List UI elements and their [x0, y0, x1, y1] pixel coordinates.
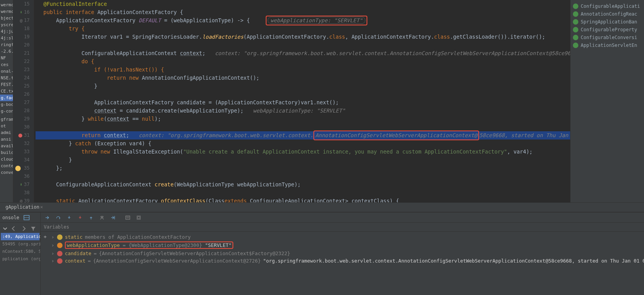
project-item[interactable]: g-boo [0, 101, 13, 108]
code-line[interactable]: if (!var1.hasNext()) { [36, 66, 570, 74]
project-item[interactable]: conve [0, 169, 13, 176]
gutter-row[interactable]: @17 [13, 16, 34, 25]
intention-bulb-icon[interactable] [15, 166, 21, 171]
fold-marker[interactable] [36, 90, 43, 98]
fold-marker[interactable] [36, 66, 43, 74]
variable-row[interactable]: ›static members of ApplicationContextFac… [49, 233, 644, 241]
code-line[interactable] [36, 41, 570, 49]
code-line[interactable]: do { [36, 57, 570, 66]
fold-marker[interactable] [36, 139, 43, 148]
layout-icon[interactable] [23, 214, 30, 221]
stack-frame[interactable]: :49, ApplicationC [1, 233, 39, 240]
project-item[interactable]: admi [0, 129, 13, 136]
code-line[interactable]: return context; context: "org.springfram… [36, 131, 570, 139]
evaluate-expression-icon[interactable] [124, 214, 131, 221]
code-line[interactable]: return new AnnotationConfigApplicationCo… [36, 74, 570, 82]
code-editor[interactable]: @FunctionalInterface public interface Ap… [34, 0, 570, 202]
next-frame-icon[interactable] [20, 225, 27, 232]
gutter-row[interactable]: 18 [13, 25, 34, 33]
code-line[interactable]: ConfigurableApplicationContext context; … [36, 49, 570, 57]
fold-marker[interactable] [36, 148, 43, 156]
override-icon[interactable]: ⬇ [20, 8, 23, 16]
code-line[interactable] [36, 90, 570, 98]
project-item[interactable]: cloud [0, 156, 13, 163]
new-watch-icon[interactable]: ＋ [41, 233, 48, 240]
structure-item[interactable]: AnnotationConfigReac [572, 10, 642, 18]
gutter-row[interactable]: 38 [13, 189, 34, 197]
drop-frame-icon[interactable] [98, 214, 106, 221]
project-item[interactable]: wermc [0, 8, 13, 15]
override-icon[interactable]: ⬇ [20, 181, 23, 189]
code-line[interactable] [36, 189, 570, 197]
fold-marker[interactable] [36, 25, 43, 33]
fold-marker[interactable] [36, 131, 43, 139]
structure-item[interactable]: SpringApplicationBan [572, 18, 642, 26]
expand-icon[interactable]: › [51, 250, 55, 256]
stack-frame[interactable]: 59495 (org.spring [1, 240, 39, 248]
expand-icon[interactable]: › [51, 242, 55, 248]
variable-row[interactable]: ›candidate = {AnnotationConfigServletWeb… [49, 250, 644, 257]
project-item[interactable]: yscrea [0, 21, 13, 28]
fold-marker[interactable] [36, 16, 43, 25]
structure-item[interactable]: ApplicationServletEn [572, 41, 642, 49]
project-item[interactable]: -2.6.9 [0, 48, 13, 55]
fold-marker[interactable] [36, 189, 43, 197]
fold-marker[interactable] [36, 74, 43, 82]
project-item[interactable]: ansi [0, 136, 13, 143]
close-icon[interactable]: × [40, 204, 43, 210]
dropdown-icon[interactable] [2, 225, 9, 232]
fold-marker[interactable] [36, 33, 43, 41]
gutter-row[interactable]: 29 [13, 115, 34, 123]
code-line[interactable]: @FunctionalInterface [36, 0, 570, 8]
fold-marker[interactable] [36, 107, 43, 115]
gutter-row[interactable]: 23 [13, 66, 34, 74]
gutter-row[interactable]: 20 [13, 41, 34, 49]
fold-marker[interactable] [36, 0, 43, 8]
gutter-row[interactable]: 15 [13, 0, 34, 8]
gutter-row[interactable]: 19 [13, 33, 34, 41]
console-tab-label[interactable]: onsole [2, 215, 19, 220]
project-item[interactable]: builde [0, 149, 13, 156]
project-item[interactable]: ot [0, 123, 13, 129]
gutter-row[interactable]: 25 [13, 82, 34, 90]
gutter-row[interactable]: 34 [13, 156, 34, 164]
step-over-icon[interactable] [55, 214, 62, 221]
gutter-row[interactable]: 26 [13, 90, 34, 98]
project-item[interactable]: onal-s [0, 68, 13, 75]
fold-marker[interactable] [36, 98, 43, 107]
run-to-cursor-icon[interactable] [109, 214, 116, 221]
fold-marker[interactable] [36, 82, 43, 90]
code-line[interactable]: } [36, 156, 570, 164]
code-line[interactable]: } while(context == null); [36, 115, 570, 123]
breakpoint-icon[interactable] [18, 134, 22, 138]
filter-icon[interactable] [30, 225, 37, 232]
expand-icon[interactable]: › [51, 234, 55, 240]
step-into-icon[interactable] [66, 214, 73, 221]
project-item[interactable]: bjectc [0, 15, 13, 21]
fold-marker[interactable] [36, 41, 43, 49]
project-item[interactable]: gframe [0, 116, 13, 123]
expand-icon[interactable]: › [51, 258, 55, 264]
gutter-row[interactable]: 28 [13, 107, 34, 115]
project-item[interactable]: 4j:jul-1 [0, 28, 13, 35]
editor-tab[interactable]: gApplication× [2, 204, 46, 211]
stack-frame[interactable]: nContext:580, Spr [1, 248, 39, 255]
project-item[interactable]: g-con [0, 108, 13, 114]
structure-tool-window[interactable]: ConfigurableApplicatiAnnotationConfigRea… [570, 0, 644, 202]
fold-marker[interactable] [36, 49, 43, 57]
code-line[interactable]: ApplicationContextFactory candidate = (A… [36, 98, 570, 107]
gutter-row[interactable]: 22 [13, 57, 34, 66]
variables-tree[interactable]: ＋ ›static members of ApplicationContextF… [41, 232, 644, 295]
fold-marker[interactable] [36, 156, 43, 164]
project-item[interactable]: availa [0, 143, 13, 149]
code-line[interactable]: throw new IllegalStateException("Unable … [36, 148, 570, 156]
project-item[interactable]: 4j:slf4 [0, 35, 13, 41]
force-step-into-icon[interactable] [77, 214, 84, 221]
structure-item[interactable]: ConfigurableProperty [572, 26, 642, 34]
gutter-row[interactable]: 27 [13, 98, 34, 107]
gutter-row[interactable]: ⬇16 [13, 8, 34, 16]
code-line[interactable] [36, 172, 570, 181]
fold-marker[interactable] [36, 172, 43, 181]
project-item[interactable]: ringfra [0, 41, 13, 48]
fold-marker[interactable] [36, 181, 43, 189]
